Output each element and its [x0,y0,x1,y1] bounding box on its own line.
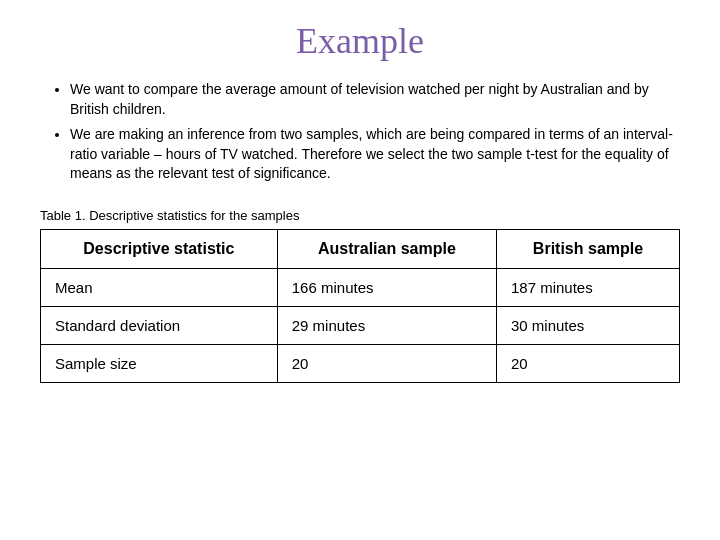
table-row: Mean 166 minutes 187 minutes [41,268,680,306]
row2-col2: 29 minutes [277,306,496,344]
bullet-item-1: We want to compare the average amount of… [70,80,680,119]
row1-col1: Mean [41,268,278,306]
row3-col3: 20 [496,344,679,382]
row1-col3: 187 minutes [496,268,679,306]
page: Example We want to compare the average a… [0,0,720,540]
table-header-row: Descriptive statistic Australian sample … [41,229,680,268]
row3-col2: 20 [277,344,496,382]
data-table: Descriptive statistic Australian sample … [40,229,680,383]
col-header-2: Australian sample [277,229,496,268]
page-title: Example [40,20,680,62]
bullet-item-2: We are making an inference from two samp… [70,125,680,184]
row2-col1: Standard deviation [41,306,278,344]
table-caption: Table 1. Descriptive statistics for the … [40,208,680,223]
col-header-1: Descriptive statistic [41,229,278,268]
table-row: Standard deviation 29 minutes 30 minutes [41,306,680,344]
row2-col3: 30 minutes [496,306,679,344]
bullet-list: We want to compare the average amount of… [40,80,680,190]
row1-col2: 166 minutes [277,268,496,306]
col-header-3: British sample [496,229,679,268]
table-row: Sample size 20 20 [41,344,680,382]
row3-col1: Sample size [41,344,278,382]
